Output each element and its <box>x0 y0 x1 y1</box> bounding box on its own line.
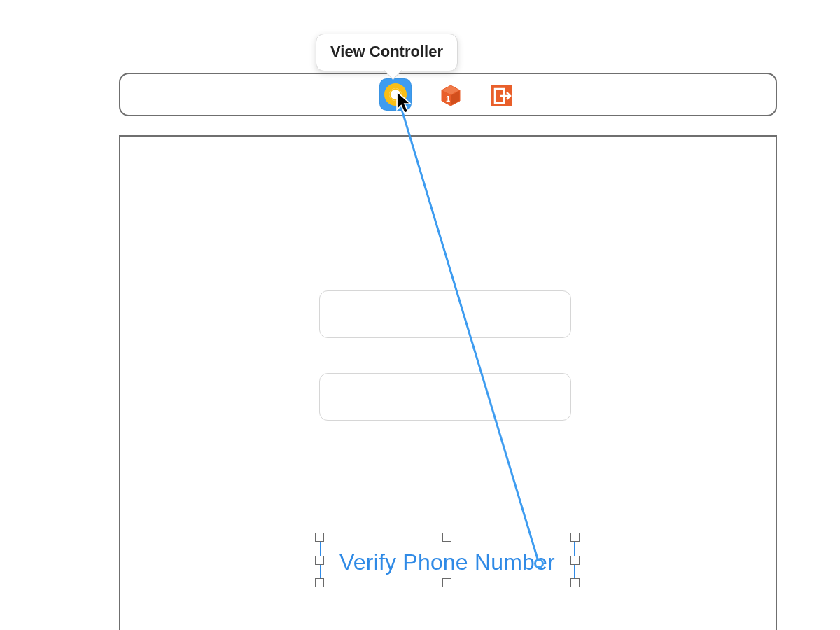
resize-handle-icon[interactable] <box>442 533 451 542</box>
scene-canvas[interactable]: Verify Phone Number <box>119 135 777 630</box>
exit-icon[interactable] <box>490 84 514 108</box>
resize-handle-icon[interactable] <box>570 578 580 587</box>
text-field-1[interactable] <box>319 290 571 338</box>
view-controller-tooltip: View Controller <box>316 34 458 71</box>
selected-button[interactable]: Verify Phone Number <box>315 533 580 587</box>
resize-handle-icon[interactable] <box>315 578 324 587</box>
resize-handle-icon[interactable] <box>315 533 324 542</box>
text-field-2[interactable] <box>319 373 571 421</box>
resize-handle-icon[interactable] <box>570 556 580 565</box>
tooltip-label: View Controller <box>330 43 443 60</box>
svg-text:1: 1 <box>446 94 450 103</box>
resize-handle-icon[interactable] <box>570 533 580 542</box>
resize-handle-icon[interactable] <box>315 556 324 565</box>
selected-button-label: Verify Phone Number <box>315 550 580 575</box>
view-controller-icon[interactable] <box>379 78 412 111</box>
resize-handle-icon[interactable] <box>442 578 451 587</box>
first-responder-icon[interactable]: 1 <box>439 84 463 108</box>
scene-dock: 1 <box>119 73 777 116</box>
